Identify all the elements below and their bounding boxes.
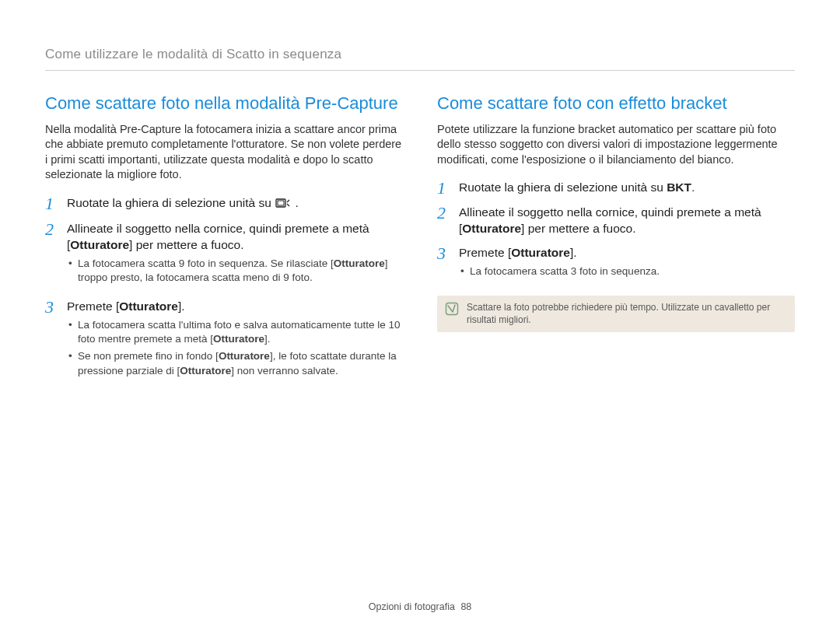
list-item: La fotocamera scatta 9 foto in sequenza.… <box>67 257 403 285</box>
list-item: La fotocamera scatta 3 foto in sequenza. <box>459 264 795 278</box>
step-body: Premete [Otturatore]. La fotocamera scat… <box>459 245 795 285</box>
left-column: Come scattare foto nella modalità Pre-Ca… <box>45 93 403 392</box>
step-1: 1 Ruotate la ghiera di selezione unità s… <box>437 180 795 197</box>
step-number: 1 <box>437 180 451 197</box>
bkt-label: BKT <box>667 180 691 194</box>
list-item: Se non premete fino in fondo [Otturatore… <box>67 349 403 377</box>
section-title-precapture: Come scattare foto nella modalità Pre-Ca… <box>45 93 403 114</box>
text: Premete [ <box>67 299 119 313</box>
text: ]. <box>264 333 271 345</box>
step-2: 2 Allineate il soggetto nella cornice, q… <box>437 205 795 237</box>
page-number: 88 <box>460 601 471 612</box>
intro-precapture: Nella modalità Pre-Capture la fotocamera… <box>45 122 403 183</box>
text: ] non verranno salvate. <box>231 365 338 377</box>
shutter-label: Otturatore <box>119 299 178 313</box>
shutter-label: Otturatore <box>219 350 270 362</box>
shutter-label: Otturatore <box>462 222 521 235</box>
text: ] per mettere a fuoco. <box>521 222 635 235</box>
list-item: La fotocamera scatta l'ultima foto e sal… <box>67 318 403 346</box>
shutter-label: Otturatore <box>180 365 231 377</box>
step-text-post: . <box>295 196 298 209</box>
text: ]. <box>178 299 185 313</box>
footer-section: Opzioni di fotografia <box>369 601 455 612</box>
note-icon <box>445 302 459 316</box>
section-title-bracket: Come scattare foto con effetto bracket <box>437 93 795 114</box>
step-number: 2 <box>45 221 59 291</box>
step-number: 2 <box>437 205 451 237</box>
text: ]. <box>570 246 577 259</box>
step-body: Premete [Otturatore]. La fotocamera scat… <box>67 299 403 384</box>
step-body: Ruotate la ghiera di selezione unità su … <box>67 195 403 213</box>
step-number: 3 <box>437 245 451 285</box>
text: ] per mettere a fuoco. <box>129 238 243 251</box>
note-box: Scattare la foto potrebbe richiedere più… <box>437 296 795 332</box>
text: Premete [ <box>459 246 511 259</box>
shutter-label: Otturatore <box>70 238 129 251</box>
step-body: Ruotate la ghiera di selezione unità su … <box>459 180 795 197</box>
step3-sublist: La fotocamera scatta l'ultima foto e sal… <box>67 318 403 378</box>
precapture-mode-icon <box>275 197 291 213</box>
step-number: 1 <box>45 195 59 213</box>
step-number: 3 <box>45 299 59 384</box>
step-body: Allineate il soggetto nella cornice, qui… <box>459 205 795 237</box>
step-body: Allineate il soggetto nella cornice, qui… <box>67 221 403 291</box>
step2-sublist: La fotocamera scatta 9 foto in sequenza.… <box>67 257 403 285</box>
content-columns: Come scattare foto nella modalità Pre-Ca… <box>45 93 795 392</box>
page-header: Come utilizzare le modalità di Scatto in… <box>45 47 795 71</box>
shutter-label: Otturatore <box>511 246 570 259</box>
manual-page: Come utilizzare le modalità di Scatto in… <box>0 0 840 634</box>
right-column: Come scattare foto con effetto bracket P… <box>437 93 795 392</box>
intro-bracket: Potete utilizzare la funzione bracket au… <box>437 122 795 168</box>
text: Se non premete fino in fondo [ <box>78 350 219 362</box>
text: Ruotate la ghiera di selezione unità su <box>459 180 667 194</box>
text: La fotocamera scatta 9 foto in sequenza.… <box>78 257 334 269</box>
step-3: 3 Premete [Otturatore]. La fotocamera sc… <box>45 299 403 384</box>
note-text: Scattare la foto potrebbe richiedere più… <box>467 302 787 326</box>
text: . <box>691 180 695 194</box>
shutter-label: Otturatore <box>334 257 385 269</box>
step-3: 3 Premete [Otturatore]. La fotocamera sc… <box>437 245 795 285</box>
step3-sublist: La fotocamera scatta 3 foto in sequenza. <box>459 264 795 278</box>
step-text-pre: Ruotate la ghiera di selezione unità su <box>67 196 275 209</box>
step-2: 2 Allineate il soggetto nella cornice, q… <box>45 221 403 291</box>
svg-rect-2 <box>446 303 458 315</box>
step-1: 1 Ruotate la ghiera di selezione unità s… <box>45 195 403 213</box>
shutter-label: Otturatore <box>213 333 264 345</box>
page-footer: Opzioni di fotografia 88 <box>0 601 840 612</box>
svg-rect-1 <box>278 201 284 205</box>
